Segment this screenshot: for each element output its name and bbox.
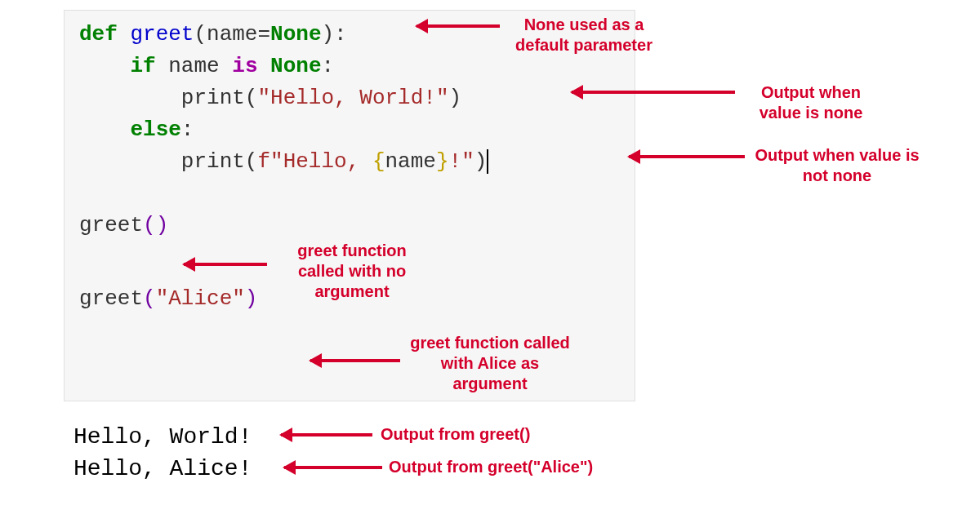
output-line-1: Hello, World! (74, 421, 252, 453)
arrow-icon (281, 433, 372, 436)
annotation-output-greet-alice: Output from greet("Alice") (389, 457, 626, 477)
function-name: greet (130, 22, 194, 47)
annotation-output-not-none: Output when value is not none (751, 145, 923, 186)
arrow-icon (284, 466, 382, 469)
annotation-greet-noarg: greet function called with no argument (274, 241, 430, 302)
keyword-else: else (130, 117, 180, 142)
cursor-icon (487, 149, 488, 174)
arrow-icon (629, 155, 745, 158)
arrow-icon (184, 263, 267, 266)
code-line-4: else: (79, 114, 620, 146)
keyword-if: if (130, 54, 155, 78)
annotation-default-parameter: None used as a default parameter (506, 15, 662, 55)
annotation-greet-alice: greet function called with Alice as argu… (408, 333, 572, 394)
code-line-6: greet() (79, 210, 620, 241)
arrow-icon (310, 359, 400, 362)
arrow-icon (572, 91, 735, 94)
keyword-is: is (232, 54, 257, 78)
output-line-2: Hello, Alice! (74, 453, 252, 485)
keyword-def: def (79, 22, 118, 47)
annotation-output-greet: Output from greet() (381, 424, 552, 445)
blank-line (79, 178, 620, 210)
code-line-3: print("Hello, World!") (79, 82, 620, 114)
code-line-5: print(f"Hello, {name}!") (79, 146, 620, 178)
arrow-icon (416, 24, 500, 28)
keyword-none: None (270, 22, 321, 47)
output-block: Hello, World! Hello, Alice! (74, 421, 252, 485)
annotation-output-none: Output when value is none (742, 82, 880, 123)
